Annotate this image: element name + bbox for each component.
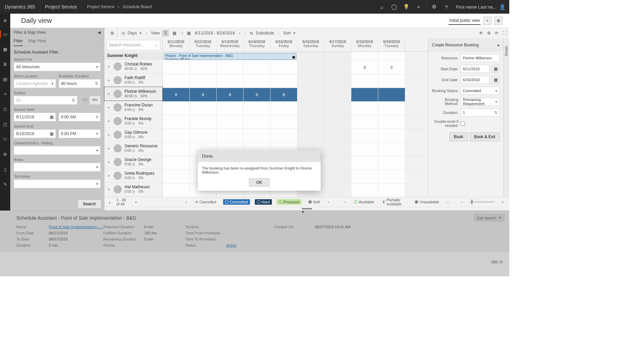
book-exit-button[interactable]: Book & Exit: [470, 132, 500, 141]
zoom-slider[interactable]: [469, 201, 495, 203]
grid-cell[interactable]: 8: [351, 61, 378, 74]
grid-cell[interactable]: 8: [270, 88, 297, 101]
add-view-button[interactable]: ＋: [483, 17, 492, 25]
grid-cell[interactable]: [324, 88, 351, 101]
grid-cell[interactable]: [378, 88, 405, 101]
grid-cell[interactable]: [324, 129, 351, 142]
grid-cell[interactable]: [378, 129, 405, 142]
grid-cell[interactable]: [163, 102, 190, 115]
grid-cell[interactable]: [217, 115, 244, 129]
calendar-icon[interactable]: ▦: [492, 76, 500, 84]
search-for-select[interactable]: All resources▾: [14, 62, 101, 71]
status-unavailable[interactable]: Unavailable: [413, 199, 441, 205]
grid-cell[interactable]: [351, 88, 378, 101]
resource-row[interactable]: ▸ Florine Wilkerson40:00 ◷50%: [104, 87, 162, 101]
double-book-checkbox[interactable]: [460, 121, 465, 126]
grid-cell[interactable]: [244, 61, 270, 74]
grid-cell[interactable]: [351, 102, 378, 115]
grid-cell[interactable]: [163, 156, 190, 170]
calendar-icon[interactable]: ▦: [187, 31, 191, 35]
grid-cell[interactable]: [190, 129, 217, 142]
avail-next-icon[interactable]: ›: [446, 200, 450, 204]
status-hard[interactable]: Hard: [255, 199, 272, 205]
grid-cell[interactable]: [163, 170, 190, 183]
grid-cell[interactable]: [217, 129, 244, 142]
grid-cell[interactable]: [190, 102, 217, 115]
grid-cell[interactable]: [324, 102, 351, 115]
expand-icon[interactable]: ▸: [107, 160, 111, 164]
grid-cell[interactable]: [297, 74, 324, 88]
resize-handle[interactable]: ▾: [104, 207, 509, 210]
substitute-button[interactable]: ⇆Substitute: [250, 31, 274, 35]
start-date-input[interactable]: 6/11/2018: [460, 65, 489, 73]
grid-cell[interactable]: [244, 102, 270, 115]
grid-row[interactable]: [163, 74, 428, 88]
duration-input[interactable]: 1⇅: [460, 108, 500, 117]
resource-input[interactable]: Florine Wilkerson: [460, 54, 500, 62]
grid-cell[interactable]: [244, 74, 270, 88]
expand-corner-icon[interactable]: ⊞: [107, 28, 117, 38]
list-view-icon[interactable]: ☰: [162, 30, 169, 36]
unit-km[interactable]: km: [90, 96, 100, 104]
grid-row[interactable]: 88888: [163, 88, 428, 102]
grid-cell[interactable]: [378, 74, 405, 88]
avail-prev-icon[interactable]: ‹: [343, 200, 347, 204]
resource-row[interactable]: ▸ Faith Ratliff0:00 ◷0%: [104, 73, 162, 87]
radius-units[interactable]: mi km: [80, 96, 101, 105]
grid-cell[interactable]: [378, 102, 405, 115]
gear-icon[interactable]: ⚙: [487, 31, 491, 35]
grid-cell[interactable]: [163, 74, 190, 88]
status-proposed[interactable]: Proposed: [277, 199, 302, 205]
grid-cell[interactable]: [351, 170, 378, 183]
hamburger-icon[interactable]: ≡: [0, 14, 10, 28]
chevron-right-icon[interactable]: ▸: [498, 43, 500, 47]
grid-cell[interactable]: [324, 156, 351, 170]
status-soft[interactable]: Soft: [306, 199, 322, 205]
prev-range-icon[interactable]: ‹: [181, 31, 183, 35]
grid-cell[interactable]: [270, 74, 297, 88]
grid-cell[interactable]: [163, 184, 190, 197]
booking-method-select[interactable]: Remaining Requirement▾: [460, 98, 500, 106]
grid-cell[interactable]: [297, 129, 324, 142]
grid-cell[interactable]: [324, 74, 351, 88]
rail-db-icon[interactable]: ⌗: [0, 90, 10, 98]
settings-button[interactable]: ⚙: [494, 17, 502, 25]
resource-row[interactable]: ▸ Christal Robles40:00 ◷50%: [104, 60, 162, 73]
expand-icon[interactable]: ▸: [107, 187, 111, 191]
grid-cell[interactable]: [244, 129, 270, 142]
expand-icon[interactable]: ▸: [107, 133, 111, 136]
grid-cell[interactable]: [297, 61, 324, 74]
grid-cell[interactable]: [270, 102, 297, 115]
grid-cell[interactable]: [163, 129, 190, 142]
status-next-icon[interactable]: ›: [326, 200, 331, 204]
search-start-time[interactable]: 9:00 AM▾: [59, 113, 101, 121]
grid-cell[interactable]: [378, 143, 405, 156]
resource-row[interactable]: ▸ Hal Matheson0:00 ◷0%: [104, 183, 162, 196]
view-name[interactable]: Initial public view: [449, 17, 481, 25]
rail-gear-icon[interactable]: ⚙: [0, 150, 10, 158]
rail-clipboard-icon[interactable]: ✎: [0, 180, 10, 188]
resource-row[interactable]: ▸ Generic Resource0:00 ◷0%: [104, 142, 162, 155]
resource-row[interactable]: ▸ Francine Duran0:00 ◷0%: [104, 101, 162, 114]
search-start-date[interactable]: 6/11/2018▦: [14, 113, 56, 121]
grid-cell[interactable]: [244, 115, 270, 129]
zoom-out-icon[interactable]: −: [459, 200, 464, 204]
territories-select[interactable]: ▾: [14, 179, 101, 188]
search-end-time[interactable]: 5:00 PM▾: [59, 129, 101, 138]
grid-cell[interactable]: [351, 143, 378, 156]
grid-row[interactable]: [163, 102, 428, 115]
radius-input[interactable]: 20⇅: [14, 96, 77, 105]
resource-search-input[interactable]: Search resources... ⌕: [106, 40, 160, 50]
grid-row[interactable]: [163, 115, 428, 129]
rail-doc-icon[interactable]: 🗎: [0, 60, 10, 68]
grid-cell[interactable]: [351, 129, 378, 142]
grid-view-icon[interactable]: ▦: [171, 30, 177, 36]
grid-cell[interactable]: [378, 170, 405, 183]
status-available[interactable]: Available: [352, 199, 376, 205]
search-end-date[interactable]: 6/15/2018▦: [14, 129, 56, 138]
grid-cell[interactable]: [324, 61, 351, 74]
grid-cell[interactable]: [217, 102, 244, 115]
grid-cell[interactable]: 8: [217, 88, 244, 101]
characteristics-select[interactable]: ▾: [14, 146, 101, 155]
grid-cell[interactable]: [324, 143, 351, 156]
